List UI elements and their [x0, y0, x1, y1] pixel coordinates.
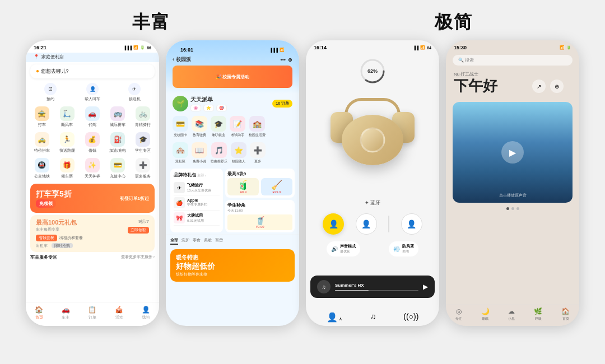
time-3: 16:14 — [314, 45, 327, 50]
service-ticket[interactable]: 🎁 领车票 — [55, 158, 78, 179]
music-note-btn[interactable]: ♫ — [370, 312, 376, 323]
icon-campus-card[interactable]: 💳 充校园卡 — [173, 116, 188, 138]
bottom-nav-4: ◎ 专注 🌙 睡眠 ☁ 小息 🌿 呼吸 🏠 首页 — [446, 305, 579, 326]
signal-icon-1: ▐▐▐ — [123, 46, 132, 50]
tab-all[interactable]: 全部 — [170, 237, 178, 245]
winter-promo[interactable]: 暖冬特惠 好物超低价 缤纷好物等你来抢 — [170, 249, 295, 282]
search-bar[interactable]: 🔍 搜索 — [453, 55, 573, 66]
nav-sleep[interactable]: 🌙 睡眠 — [481, 307, 490, 321]
campus-share[interactable]: ⊕ — [288, 57, 292, 63]
share-coupon[interactable]: 立即领取 — [128, 227, 149, 234]
service-grid-1: 🚖 打车 🛴 顺风车 🚗 代驾 🚌 城际拼车 🚲 青桔骑行 — [26, 104, 159, 130]
service-transit[interactable]: 🚇 公交地铁 — [30, 158, 53, 179]
wifi-4: 📶 — [560, 45, 565, 50]
student-item1[interactable]: 🥤 ¥9.90 — [227, 214, 292, 230]
nature-label: 点击播放原声音 — [499, 193, 527, 198]
icon-music[interactable]: 🎵 歌曲推荐乐 — [211, 142, 227, 164]
nav-car[interactable]: 🚗 车主 — [62, 306, 70, 320]
action-reservation[interactable]: 🗓 预约 — [44, 83, 57, 102]
nav-home-4[interactable]: 🏠 首页 — [561, 307, 570, 321]
phone-minimal: 15:30 📶 🔋 🔍 搜索 Nu 打工战士 下午好 ↗ ⊕ ▶ — [446, 40, 579, 326]
service-more[interactable]: ➕ 更多服务 — [132, 158, 155, 179]
location-text: 家庭便利店 — [41, 54, 64, 60]
nav-activity[interactable]: 🎪 活动 — [115, 306, 123, 320]
tab-wash[interactable]: 洗护 — [182, 237, 189, 245]
mode-wind[interactable]: 💨 防风罩 关闭 — [389, 241, 418, 256]
title-right: 极简 — [435, 10, 473, 35]
battery-icon-1: 🔋 — [140, 45, 145, 50]
service-loan[interactable]: 💰 借钱 — [81, 132, 104, 153]
phone-headphones: 16:14 ▐▐ 📶 84 62% — [306, 40, 439, 326]
service-carpool[interactable]: 🚌 城际拼车 — [106, 106, 129, 128]
nav-order-1[interactable]: 📋 订单 — [88, 306, 96, 320]
icon-community[interactable]: 🏘️ 派社区 — [173, 142, 188, 164]
ctrl-profile2[interactable]: 👤 — [401, 213, 422, 235]
service-topup[interactable]: 💳 充值中心 — [106, 158, 129, 179]
discount-banner[interactable]: 打车享5折 免领领 初登订单1折起 — [30, 184, 155, 213]
profile-toggle[interactable]: 👤 ∧ — [327, 312, 343, 323]
service-fuel[interactable]: ⛽ 加油/充电 — [106, 132, 129, 153]
focus-icon: ◎ — [456, 307, 462, 315]
icon-influencer[interactable]: ⭐ 校园达人 — [231, 142, 246, 164]
icon-living-fee[interactable]: 🏫 校园生活费 — [249, 116, 266, 138]
headphone-inner-disc — [360, 127, 385, 152]
battery-percent: 62% — [367, 68, 378, 74]
car-section-more[interactable]: 查看更多车主服务 › — [121, 254, 155, 260]
service-student[interactable]: 🎓 学生专区 — [132, 132, 155, 153]
ctrl-profile[interactable]: 👤 — [323, 213, 344, 235]
service-cheap-carpool[interactable]: 🚕 特价拼车 — [30, 132, 53, 153]
sound-icon: 🔊 — [331, 246, 338, 252]
tab-department[interactable]: 百货 — [215, 237, 223, 245]
nav-breathe[interactable]: 🌿 呼吸 — [534, 307, 542, 321]
ctrl-person[interactable]: 👤 — [356, 213, 377, 235]
nav-mine-1[interactable]: 👤 我的 — [142, 306, 150, 320]
service-driver[interactable]: 🚗 代驾 — [81, 106, 104, 128]
winter-title: 暖冬特惠 — [176, 254, 289, 262]
service-taxi[interactable]: 🚖 打车 — [30, 106, 53, 128]
tab-snack[interactable]: 零食 — [193, 237, 201, 245]
icon-edu-fee[interactable]: 📚 教育缴费 — [192, 116, 207, 138]
service-coupon[interactable]: ✨ 天天神券 — [81, 158, 104, 179]
winter-subtitle: 好物超低价 — [176, 262, 289, 272]
icon-exam[interactable]: 📝 考试助手 — [230, 116, 245, 138]
service-rideshare[interactable]: 🛴 顺风车 — [55, 106, 78, 128]
product-sample[interactable]: 🎀 大牌试用 0.01元试用 — [174, 211, 220, 226]
share-btn[interactable]: ↗ — [532, 80, 546, 93]
action-pickup[interactable]: ✈ 接送机 — [128, 83, 141, 102]
nav-rest[interactable]: ☁ 小息 — [508, 307, 515, 321]
piggy-name: 飞猪旅行 — [187, 183, 211, 188]
nature-play-btn[interactable]: ▶ — [501, 141, 524, 164]
campus-back[interactable]: ‹ 校园派 — [173, 56, 191, 63]
battery-indicator: 62% — [306, 57, 439, 85]
broadcast-btn[interactable]: ((○)) — [403, 312, 418, 323]
nature-player[interactable]: ▶ 点击播放原声音 — [453, 102, 573, 203]
nav-focus[interactable]: ◎ 专注 — [455, 307, 462, 321]
product-apple[interactable]: 🍎 Apple 学生专属折扣 — [174, 195, 220, 211]
mode-sound[interactable]: 🔊 声音模式 最优化 — [327, 241, 360, 256]
signal-icon-2: ▐▐▐ — [269, 48, 278, 52]
play-button[interactable]: ▶ — [423, 283, 428, 291]
nav-home-1[interactable]: 🏠 首页 — [35, 306, 43, 320]
phone-campus: 16:01 ▐▐▐ 📶 ‹ 校园派 ••• ⊕ 🎉 校园专属活动 🌱 天天派单 — [166, 40, 299, 326]
promo-sub: 车主每周专享 — [36, 227, 124, 232]
hot-item1[interactable]: 🧃 ¥9.9 — [227, 178, 259, 195]
question-card[interactable]: ● 您想去哪儿? — [30, 64, 155, 78]
add-btn[interactable]: ⊕ — [550, 80, 564, 93]
hot-item2[interactable]: 🧹 ¥29.9 — [261, 178, 292, 195]
action-row: 🗓 预约 👤 帮人叫车 ✈ 接送机 — [26, 81, 159, 104]
icon-more-campus[interactable]: ➕ 更多 — [250, 142, 266, 164]
question-text: 您想去哪儿? — [41, 68, 69, 74]
service-delivery[interactable]: 🏃 快送跑腿 — [55, 132, 78, 153]
product-piggy[interactable]: ✈ 飞猪旅行 15元火车票优惠 — [174, 180, 220, 195]
icon-parttime[interactable]: 🎓 兼职就业 — [211, 116, 226, 138]
action-help-call[interactable]: 👤 帮人叫车 — [85, 83, 100, 102]
location-icon: 📍 — [34, 54, 39, 59]
activity-icon: 🎪 — [115, 306, 123, 314]
icon-novel[interactable]: 📖 免费小说 — [192, 142, 207, 164]
tab-makeup[interactable]: 美妆 — [204, 237, 212, 245]
campus-more[interactable]: ••• — [281, 57, 286, 63]
service-grid-3: 🚇 公交地铁 🎁 领车票 ✨ 天天神券 💳 充值中心 ➕ 更多服务 — [26, 156, 159, 181]
service-bike[interactable]: 🚲 青桔骑行 — [132, 106, 155, 128]
car-section-title: 车主服务专区 — [30, 254, 57, 260]
sound-modes: 🔊 声音模式 最优化 💨 防风罩 关闭 — [306, 239, 439, 259]
